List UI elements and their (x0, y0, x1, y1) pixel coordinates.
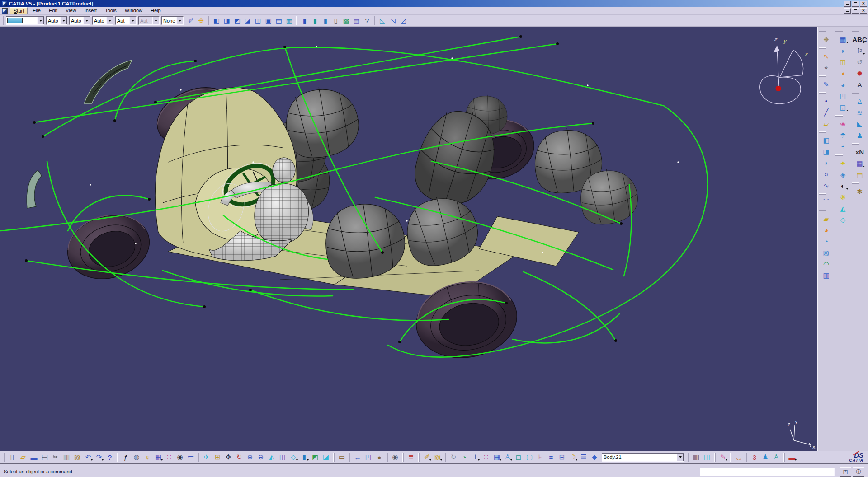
toolbar-drag-handle[interactable] (402, 453, 404, 462)
flag-note-icon[interactable]: ⚐ (854, 45, 866, 56)
toolbar-drag-handle[interactable] (819, 210, 826, 211)
manikin-surface-icon[interactable]: ♟ (854, 130, 866, 141)
circle-icon[interactable]: ○ (821, 168, 832, 180)
toolbar-drag-handle[interactable] (783, 453, 785, 462)
close-button[interactable]: × (860, 8, 867, 14)
check-rule-icon[interactable]: ≔ (185, 452, 196, 463)
resize-frame-icon[interactable]: ▢ (524, 452, 535, 463)
redo-icon[interactable]: ↷ (94, 452, 104, 463)
normal-view-icon[interactable]: ◭ (266, 452, 277, 463)
apply-material-icon[interactable]: ✐ (421, 452, 432, 463)
chevron-down-icon[interactable] (176, 17, 183, 24)
insect-robot-icon[interactable]: ❃ (854, 186, 866, 197)
zoom-in-icon[interactable]: ⊕ (245, 452, 255, 463)
datum-copy-icon[interactable]: ▤ (854, 169, 866, 180)
render-style-combo[interactable]: Aut (138, 16, 160, 25)
cube-3d-icon[interactable]: ◻ (513, 452, 524, 463)
datum-point-icon[interactable]: ◿ (398, 15, 408, 26)
dropdown-arrow-icon[interactable] (846, 42, 848, 44)
isophote-mapping-icon[interactable]: ◓ (837, 141, 849, 152)
point-symbol-combo[interactable]: Aut (115, 16, 137, 25)
mirror-blade[interactable] (27, 170, 42, 208)
toolbar-drag-handle[interactable] (852, 93, 859, 94)
frame-tool-icon[interactable]: ◫ (702, 452, 712, 463)
planar-patch-icon[interactable]: ◧ (821, 135, 832, 146)
freestyle-workbench-icon[interactable]: ❖ (821, 34, 832, 45)
named-views-icon[interactable]: ▦ (284, 15, 294, 26)
chevron-down-icon[interactable] (106, 17, 113, 24)
symmetry-icon[interactable]: ❀ (837, 118, 849, 130)
open-icon[interactable]: ▱ (18, 452, 28, 463)
dropdown-arrow-icon[interactable] (478, 459, 480, 462)
plane-icon[interactable]: ▱ (821, 118, 832, 129)
toolbar-drag-handle[interactable] (208, 16, 209, 25)
isometric-view-icon[interactable]: ◇ (288, 452, 299, 463)
scale-planes-icon[interactable]: ≣ (406, 452, 416, 463)
render-mesh-icon[interactable]: ▦ (351, 15, 362, 26)
render-shot-icon[interactable]: ◉ (390, 452, 401, 463)
extend-surface-icon[interactable]: ◰ (837, 90, 849, 102)
grid-tool-icon[interactable]: ▥ (691, 452, 702, 463)
iso-view-icon[interactable]: ◧ (211, 15, 222, 26)
design-table-icon[interactable]: ▦ (153, 452, 164, 463)
toolbar-drag-handle[interactable] (852, 31, 859, 32)
3d-viewport[interactable]: z y x z y x (0, 27, 817, 451)
line-icon[interactable]: ╱ (821, 107, 832, 118)
repeat-xn-icon[interactable]: xN (854, 146, 866, 158)
dropdown-arrow-icon[interactable] (795, 459, 797, 462)
layer-combo[interactable]: None (161, 16, 184, 25)
toolbar-drag-handle[interactable] (835, 31, 843, 32)
control-mesh-icon[interactable]: ☂ (837, 130, 849, 141)
chevron-down-icon[interactable] (152, 17, 159, 24)
close-button[interactable]: × (860, 1, 867, 7)
toolbar-drag-handle[interactable] (4, 453, 5, 462)
conic-curve-icon[interactable]: ⌒ (821, 196, 832, 208)
join-surfaces-icon[interactable]: ▰ (821, 213, 832, 224)
point-icon[interactable]: • (821, 95, 832, 107)
dropdown-arrow-icon[interactable] (726, 459, 727, 462)
swap-visible-space-icon[interactable]: ◪ (321, 452, 331, 463)
datum-surface-icon[interactable]: ◺ (377, 15, 387, 26)
blend-surface-icon[interactable]: ◕ (837, 79, 849, 90)
ground-icon[interactable]: ▭ (336, 452, 347, 463)
distance-analysis-icon[interactable]: ✦ (837, 158, 849, 169)
toolbar-drag-handle[interactable] (333, 453, 335, 462)
datum-curve-icon[interactable]: ◹ (387, 15, 398, 26)
chevron-down-icon[interactable] (83, 17, 90, 24)
print-icon[interactable]: ▤ (39, 452, 50, 463)
render-material-icon[interactable]: ▩ (341, 15, 351, 26)
cutting-plane-analysis-icon[interactable]: ◇ (837, 214, 849, 225)
new-document-icon[interactable]: ▯ (7, 452, 18, 463)
menu-insert[interactable]: Insert (81, 7, 100, 14)
net-surface-icon[interactable]: ◔ (821, 236, 832, 247)
toolbar-drag-handle[interactable] (3, 16, 4, 25)
hide-show-icon[interactable]: ◩ (310, 452, 321, 463)
snap-icon[interactable]: ⊦ (535, 452, 546, 463)
chevron-down-icon[interactable] (129, 17, 136, 24)
toolbar-drag-handle[interactable] (835, 154, 843, 156)
copy-icon[interactable]: ▥ (61, 452, 72, 463)
freestyle-sketch-icon[interactable]: ✎ (717, 452, 728, 463)
lock-icon[interactable]: ◉ (175, 452, 185, 463)
dropdown-arrow-icon[interactable] (102, 459, 104, 462)
graphic-color-combo[interactable] (6, 16, 44, 25)
linetype-combo[interactable]: Auto (69, 16, 90, 25)
toolbar-drag-handle[interactable] (835, 115, 843, 117)
undo-icon[interactable]: ↶ (83, 452, 94, 463)
restore-button[interactable] (852, 1, 859, 7)
toolbar-drag-handle[interactable] (746, 453, 747, 462)
dropdown-arrow-icon[interactable] (863, 53, 865, 56)
bottom-view-icon[interactable]: ▤ (274, 15, 284, 26)
restore-button[interactable] (852, 8, 859, 14)
control-points-icon[interactable]: ▦ (837, 34, 849, 45)
surface-stack-icon[interactable]: ≋ (854, 107, 866, 118)
zoom-out-icon[interactable]: ⊖ (255, 452, 266, 463)
cut-icon[interactable]: ✂ (50, 452, 61, 463)
shading-icon[interactable]: ▮ (299, 15, 310, 26)
extrude-surface-icon[interactable]: ◨ (821, 146, 832, 157)
rotate-icon[interactable]: ↻ (234, 452, 245, 463)
graphic-wizard-icon[interactable]: ❉ (196, 15, 206, 26)
patch-corner-icon[interactable]: ◣ (854, 118, 866, 130)
dropdown-arrow-icon[interactable] (846, 188, 848, 191)
chevron-down-icon[interactable] (677, 454, 684, 461)
